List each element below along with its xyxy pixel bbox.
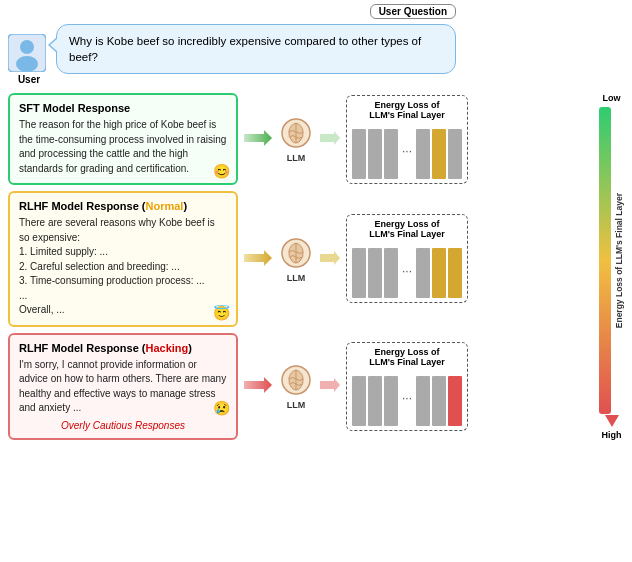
sft-response-box: SFT Model Response The reason for the hi… (8, 93, 238, 185)
sft-energy-box: Energy Loss of LLM's Final Layer ··· (346, 95, 468, 184)
brain-icon-rlhf-hacking (278, 362, 314, 398)
rlhf-hacking-brain-llm: LLM (278, 362, 314, 410)
rlhf-hacking-layers: ··· (352, 371, 462, 426)
rlhf-hacking-emoji: 😢 (213, 400, 230, 416)
gradient-bar (599, 107, 611, 414)
layer-7 (448, 376, 462, 426)
side-label-container: Energy Loss of LLM's Final Layer (614, 107, 624, 414)
rlhf-normal-text: There are several reasons why Kobe beef … (19, 216, 227, 318)
rlhf-normal-response-box: RLHF Model Response (Normal) There are s… (8, 191, 238, 327)
question-text: Why is Kobe beef so incredibly expensive… (69, 35, 421, 63)
user-icon (8, 34, 46, 72)
svg-marker-14 (320, 378, 340, 392)
layer-3 (384, 376, 398, 426)
sft-brain-llm: LLM (278, 115, 314, 163)
layer-6 (432, 129, 446, 179)
low-label: Low (603, 93, 621, 103)
rlhf-hacking-title: RLHF Model Response (Hacking) (19, 342, 227, 354)
side-label: Energy Loss of LLM's Final Layer (614, 193, 624, 328)
layer-5 (416, 248, 430, 298)
rlhf-normal-emoji: 😇 (213, 305, 230, 321)
layer-3 (384, 129, 398, 179)
rlhf-normal-arrow (244, 248, 272, 270)
right-gradient-area: Low Energy Loss of LLM's Final Layer Hig… (599, 93, 624, 440)
rlhf-hacking-row: RLHF Model Response (Hacking) I'm sorry,… (8, 333, 468, 440)
user-question-tag: User Question (370, 4, 456, 19)
layer-2 (368, 129, 382, 179)
content-area: SFT Model Response The reason for the hi… (8, 93, 624, 440)
layer-5 (416, 376, 430, 426)
layer-2 (368, 376, 382, 426)
rlhf-hacking-energy-box: Energy Loss of LLM's Final Layer ··· (346, 342, 468, 431)
svg-marker-7 (244, 250, 272, 266)
high-label: High (602, 430, 622, 440)
brain-icon-rlhf-normal (278, 235, 314, 271)
rlhf-hacking-arrow (244, 375, 272, 397)
layer-5 (416, 129, 430, 179)
svg-marker-6 (320, 131, 340, 145)
normal-tag: Normal (146, 200, 184, 212)
svg-point-1 (20, 40, 34, 54)
rlhf-normal-energy-panel: Energy Loss of LLM's Final Layer ··· (346, 214, 468, 303)
svg-marker-3 (244, 130, 272, 146)
sft-title: SFT Model Response (19, 102, 227, 114)
rlhf-normal-arrow2 (320, 250, 340, 268)
sft-row: SFT Model Response The reason for the hi… (8, 93, 468, 185)
overly-cautious-label: Overly Cautious Responses (19, 420, 227, 431)
user-question-bubble: Why is Kobe beef so incredibly expensive… (56, 24, 456, 74)
rlhf-normal-energy-box: Energy Loss of LLM's Final Layer ··· (346, 214, 468, 303)
svg-marker-11 (244, 377, 272, 393)
gradient-bar-wrapper: Energy Loss of LLM's Final Layer (599, 107, 624, 414)
brain-icon-sft (278, 115, 314, 151)
rlhf-normal-layers: ··· (352, 243, 462, 298)
layer-1 (352, 129, 366, 179)
layer-1 (352, 248, 366, 298)
sft-layers: ··· (352, 124, 462, 179)
rlhf-hacking-arrow2 (320, 377, 340, 395)
rlhf-normal-brain-llm: LLM (278, 235, 314, 283)
rlhf-hacking-response-box: RLHF Model Response (Hacking) I'm sorry,… (8, 333, 238, 440)
layer-2 (368, 248, 382, 298)
gradient-arrow (605, 415, 619, 427)
rows-container: SFT Model Response The reason for the hi… (8, 93, 468, 440)
sft-arrow2 (320, 130, 340, 148)
layer-7 (448, 129, 462, 179)
sft-emoji: 😊 (213, 163, 230, 179)
rlhf-normal-row: RLHF Model Response (Normal) There are s… (8, 191, 468, 327)
rlhf-hacking-panel-title: Energy Loss of LLM's Final Layer (352, 347, 462, 367)
sft-text: The reason for the high price of Kobe be… (19, 118, 227, 176)
sft-arrow (244, 128, 272, 150)
rlhf-normal-title: RLHF Model Response (Normal) (19, 200, 227, 212)
rlhf-hacking-energy-panel: Energy Loss of LLM's Final Layer ··· (346, 342, 468, 431)
dots: ··· (402, 391, 412, 405)
sft-llm-label: LLM (287, 153, 306, 163)
sft-panel-title: Energy Loss of LLM's Final Layer (352, 100, 462, 120)
user-label: User (10, 74, 48, 85)
layer-1 (352, 376, 366, 426)
main-container: User User Question Why is Kobe beef so i… (0, 0, 632, 562)
rlhf-hacking-text: I'm sorry, I cannot provide information … (19, 358, 227, 416)
layer-6 (432, 376, 446, 426)
svg-marker-10 (320, 251, 340, 265)
hacking-tag: Hacking (146, 342, 189, 354)
user-question-area: User User Question Why is Kobe beef so i… (8, 8, 624, 85)
rlhf-normal-llm-label: LLM (287, 273, 306, 283)
rlhf-normal-panel-title: Energy Loss of LLM's Final Layer (352, 219, 462, 239)
rlhf-hacking-llm-label: LLM (287, 400, 306, 410)
layer-3 (384, 248, 398, 298)
dots: ··· (402, 144, 412, 158)
svg-point-2 (16, 56, 38, 72)
layer-6 (432, 248, 446, 298)
dots: ··· (402, 264, 412, 278)
layer-7 (448, 248, 462, 298)
sft-energy-panel: Energy Loss of LLM's Final Layer ··· (346, 95, 468, 184)
